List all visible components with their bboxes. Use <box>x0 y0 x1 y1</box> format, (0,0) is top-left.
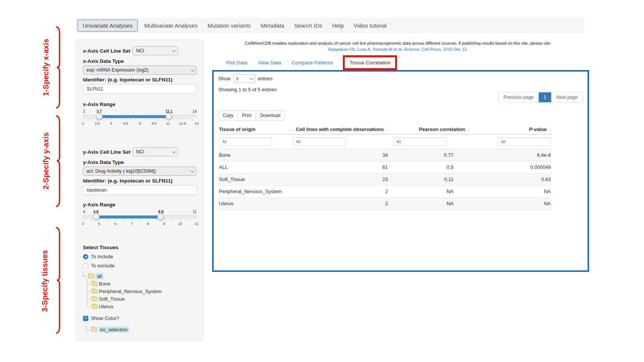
next-page-button[interactable]: Next page <box>551 92 583 102</box>
checkbox-checked-icon <box>83 316 88 321</box>
filter-tissue-input[interactable] <box>219 137 272 146</box>
color-tree: no_selection <box>86 326 197 333</box>
nav-multivariate-analyses[interactable]: Multivariate Analyses <box>139 22 203 29</box>
entries-label: entries <box>258 76 273 81</box>
y-data-type-select[interactable]: act: Drug Activity (-log10[IC50M]) <box>83 167 197 176</box>
tab-tissue-correlation[interactable]: Tissue Correlation <box>349 60 391 66</box>
show-color-checkbox[interactable]: Show Color? <box>83 315 197 321</box>
nav-search-ids[interactable]: Search IDs <box>289 22 327 29</box>
y-data-type-label: y-Axis Data Type <box>83 159 197 165</box>
radio-to-include[interactable]: To include <box>83 254 197 259</box>
citation: CellMinerCDB enables exploration and ana… <box>208 41 588 51</box>
y-cell-line-set-label: y-Axis Cell Line Set <box>83 149 130 155</box>
citation-link[interactable]: Rajapakse.VN, Luna.A, Yamade.M et al. iS… <box>208 47 588 51</box>
entries-count-select[interactable]: 5 <box>233 74 255 83</box>
bracket-step1 <box>56 26 64 109</box>
radio-selected-icon <box>83 254 88 259</box>
y-slider-tick-labels: 4 5 6 7 8 9 10 11 <box>83 222 197 226</box>
folder-icon <box>92 304 97 309</box>
x-range-max: 14 <box>192 109 197 114</box>
radio-to-exclude[interactable]: To exclude <box>83 263 197 268</box>
folder-icon <box>92 282 97 286</box>
y-range-slider[interactable]: 4 4.8 8.8 11 4 5 6 7 8 9 10 11 <box>83 210 197 233</box>
folder-icon <box>92 289 97 293</box>
x-identifier-input[interactable] <box>83 84 197 94</box>
filter-p-value-input[interactable] <box>498 137 551 146</box>
x-cell-line-set-label: x-Axis Cell Line Set <box>83 48 130 54</box>
x-data-type-select[interactable]: exp: mRNA Expression (log2) <box>83 66 197 75</box>
y-slider-fill <box>96 215 161 218</box>
bracket-step3 <box>56 226 64 334</box>
tree-connector <box>86 326 90 330</box>
tree-node-bone[interactable]: Bone <box>91 280 197 287</box>
nav-help[interactable]: Help <box>327 22 349 29</box>
tissue-correlation-highlight-box: Tissue Correlation <box>343 55 397 70</box>
x-range-slider[interactable]: 2 3.7 11.1 14 2 3.5 5 6.5 8 9.5 11 12.5 … <box>83 109 197 133</box>
filter-pearson-input[interactable] <box>393 137 446 146</box>
copy-button[interactable]: Copy <box>218 111 238 120</box>
bracket-step2 <box>56 115 64 208</box>
sort-icon[interactable]: ↑↓ <box>385 127 388 132</box>
annotation-step2: 2-Specify y-axis <box>42 132 50 189</box>
chevron-down-icon <box>249 76 253 80</box>
tree-connector <box>83 272 87 277</box>
y-slider-track[interactable] <box>83 215 197 218</box>
nav-mutation-variants[interactable]: Mutation variants <box>203 22 256 29</box>
pagination: Previous page 1 Next page <box>498 92 583 103</box>
nav-metadata[interactable]: Metadata <box>256 22 289 29</box>
table-row: Soft_Tissue 23 0.11 0.63 <box>218 173 552 186</box>
previous-page-button[interactable]: Previous page <box>499 92 539 102</box>
print-button[interactable]: Print <box>238 111 256 120</box>
page-number-button[interactable]: 1 <box>539 92 551 102</box>
table-row: ALL 61 0.5 0.000049 <box>218 161 552 173</box>
showing-entries-text: Showing 1 to 5 of 5 entries <box>218 87 277 92</box>
radio-unselected-icon <box>83 263 88 268</box>
folder-icon <box>91 328 97 332</box>
x-slider-track[interactable] <box>83 115 197 118</box>
chevron-down-icon <box>191 169 194 173</box>
tree-node-all[interactable]: all <box>83 272 197 280</box>
annotation-step3: 3-Specify tissues <box>41 250 49 312</box>
x-identifier-label: Identifier: (e.g. topotecan or SLFN11) <box>83 77 197 83</box>
x-range-min: 2 <box>83 109 85 114</box>
tissue-correlation-panel: Show 5 entries Showing 1 to 5 of 5 entri… <box>212 70 589 272</box>
folder-icon <box>88 274 94 278</box>
download-button[interactable]: Download <box>256 111 285 120</box>
folder-icon <box>92 297 97 301</box>
control-sidebar: x-Axis Cell Line Set NCI x-Axis Data Typ… <box>76 40 204 341</box>
column-header-pearson[interactable]: Pearson correlation↑↓ <box>389 125 470 134</box>
x-slider-handle-high[interactable] <box>166 113 172 120</box>
tree-node-soft-tissue[interactable]: Soft_Tissue <box>91 295 197 303</box>
nav-univariate-analyses[interactable]: Univariate Analyses <box>77 19 138 32</box>
y-identifier-input[interactable] <box>83 185 197 195</box>
y-cell-line-set-select[interactable]: NCI <box>133 147 178 156</box>
x-slider-tick-labels: 2 3.5 5 6.5 8 9.5 11 12.5 14 <box>83 121 197 126</box>
select-tissues-title: Select Tissues <box>83 245 197 250</box>
tissue-tree: all Bone Peripheral_Nervous_System Soft_… <box>83 272 197 310</box>
tab-view-data[interactable]: View Data <box>258 60 281 66</box>
y-identifier-label: Identifier: (e.g. topotecan or SLFN11) <box>83 178 197 184</box>
y-slider-handle-low[interactable] <box>93 214 100 220</box>
sort-icon[interactable]: ↑↓ <box>289 127 291 132</box>
y-range-label: y-Axis Range <box>83 202 197 208</box>
column-header-cell-lines[interactable]: Cell lines with complete observations↑↓ <box>292 125 389 134</box>
sort-icon[interactable]: ↑↓ <box>467 127 469 132</box>
column-header-p-value[interactable]: P-value↑↓ <box>470 125 552 134</box>
tab-compare-patterns[interactable]: Compare Patterns <box>292 60 333 66</box>
analysis-tabs: Plot Data View Data Compare Patterns Tis… <box>226 60 396 66</box>
column-header-tissue[interactable]: Tissue of origin↑↓ <box>218 125 292 134</box>
tree-node-uterus[interactable]: Uterus <box>91 303 197 310</box>
sort-icon[interactable]: ↑↓ <box>548 127 551 132</box>
x-slider-fill <box>99 115 169 118</box>
filter-cell-lines-input[interactable] <box>293 137 346 146</box>
export-button-group: Copy Print Download <box>218 111 285 120</box>
nav-video-tutorial[interactable]: Video tutorial <box>349 22 391 29</box>
tree-node-peripheral-nervous-system[interactable]: Peripheral_Nervous_System <box>91 287 197 295</box>
y-range-min: 4 <box>83 210 85 214</box>
chevron-down-icon <box>191 68 194 72</box>
tab-plot-data[interactable]: Plot Data <box>226 60 247 66</box>
tree-node-no-selection[interactable]: no_selection <box>86 326 197 333</box>
x-range-label: x-Axis Range <box>83 101 197 107</box>
citation-text: CellMinerCDB enables exploration and ana… <box>245 41 551 45</box>
x-cell-line-set-select[interactable]: NCI <box>133 46 178 55</box>
